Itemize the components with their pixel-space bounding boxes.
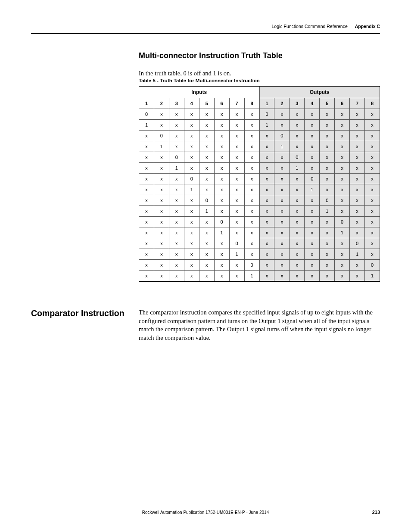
table-row: xxx1xxxxxxx1xxxx (139, 184, 380, 195)
output-cell: x (365, 109, 380, 120)
output-cell: x (365, 206, 380, 217)
output-cell: x (274, 195, 290, 206)
input-cell: 0 (139, 109, 154, 120)
input-cell: x (214, 195, 229, 206)
output-cell: x (274, 271, 290, 282)
output-cell: x (290, 271, 305, 282)
table-row: x1xxxxxxx1xxxxxx (139, 141, 380, 152)
output-cell: x (290, 260, 305, 271)
output-cell: x (365, 227, 380, 238)
table-row: 0xxxxxxx0xxxxxxx (139, 109, 380, 120)
input-cell: x (199, 217, 214, 227)
truth-table: Inputs Outputs 1234567812345678 0xxxxxxx… (139, 86, 380, 282)
output-cell: x (320, 184, 335, 195)
output-cell: x (305, 195, 320, 206)
output-cell: x (305, 227, 320, 238)
table-row: 1xxxxxxx1xxxxxxx (139, 120, 380, 131)
output-cell: x (290, 109, 305, 120)
col-header: 4 (184, 98, 199, 109)
input-cell: x (244, 163, 259, 174)
input-cell: x (169, 109, 184, 120)
footer-page-number: 213 (372, 510, 380, 515)
input-cell: x (244, 152, 259, 163)
output-cell: 1 (290, 163, 305, 174)
input-cell: x (154, 152, 169, 163)
intro-text: In the truth table, 0 is off and 1 is on… (139, 70, 380, 77)
output-cell: x (290, 184, 305, 195)
output-cell: x (350, 227, 365, 238)
input-cell: x (229, 217, 244, 227)
input-cell: x (169, 217, 184, 227)
input-cell: x (184, 227, 199, 238)
col-header: 5 (320, 98, 335, 109)
input-cell: x (214, 271, 229, 282)
output-cell: x (290, 195, 305, 206)
input-cell: x (139, 227, 154, 238)
input-cell: x (229, 271, 244, 282)
output-cell: 0 (365, 260, 380, 271)
output-cell: 1 (350, 249, 365, 260)
table-row: xx1xxxxxxx1xxxxx (139, 163, 380, 174)
input-cell: x (169, 120, 184, 131)
output-cell: x (290, 206, 305, 217)
output-cell: x (305, 217, 320, 227)
output-cell: x (350, 217, 365, 227)
input-cell: x (169, 249, 184, 260)
table-caption: Table 5 - Truth Table for Multi-connecto… (139, 78, 380, 83)
input-cell: x (169, 141, 184, 152)
output-cell: x (365, 152, 380, 163)
input-cell: 1 (154, 141, 169, 152)
output-cell: x (365, 238, 380, 249)
input-cell: x (199, 249, 214, 260)
output-cell: x (320, 141, 335, 152)
input-cell: x (184, 152, 199, 163)
input-cell: 1 (139, 120, 154, 131)
col-header: 7 (229, 98, 244, 109)
input-cell: x (214, 163, 229, 174)
output-cell: x (274, 184, 290, 195)
col-header: 5 (199, 98, 214, 109)
output-cell: x (274, 260, 290, 271)
output-cell: x (320, 152, 335, 163)
output-cell: x (365, 249, 380, 260)
footer-publication: Rockwell Automation Publication 1752-UM0… (31, 510, 380, 515)
input-cell: x (229, 131, 244, 141)
output-cell: x (305, 109, 320, 120)
output-cell: x (259, 249, 274, 260)
output-cell: x (274, 174, 290, 184)
input-cell: x (154, 217, 169, 227)
section-heading: Multi-connector Instruction Truth Table (139, 51, 380, 60)
output-cell: x (365, 131, 380, 141)
input-cell: x (244, 141, 259, 152)
output-cell: x (350, 195, 365, 206)
input-cell: x (184, 163, 199, 174)
running-header: Logic Functions Command Reference Append… (31, 24, 380, 34)
input-cell: 0 (169, 152, 184, 163)
output-cell: 0 (350, 238, 365, 249)
input-cell: x (229, 120, 244, 131)
input-cell: x (139, 163, 154, 174)
output-cell: x (305, 163, 320, 174)
input-cell: x (214, 109, 229, 120)
output-cell: 1 (365, 271, 380, 282)
input-cell: x (229, 163, 244, 174)
col-header: 1 (139, 98, 154, 109)
output-cell: x (305, 131, 320, 141)
input-cell: x (199, 238, 214, 249)
output-cell: x (350, 174, 365, 184)
input-cell: x (229, 152, 244, 163)
input-cell: x (199, 141, 214, 152)
input-cell: x (229, 195, 244, 206)
input-cell: x (184, 249, 199, 260)
output-cell: x (350, 163, 365, 174)
output-cell: x (350, 152, 365, 163)
output-cell: x (365, 163, 380, 174)
input-cell: x (154, 120, 169, 131)
input-cell: x (139, 260, 154, 271)
input-cell: x (244, 109, 259, 120)
input-cell: x (184, 271, 199, 282)
input-cell: x (199, 271, 214, 282)
output-cell: 0 (320, 195, 335, 206)
output-cell: x (335, 163, 350, 174)
col-header: 4 (305, 98, 320, 109)
